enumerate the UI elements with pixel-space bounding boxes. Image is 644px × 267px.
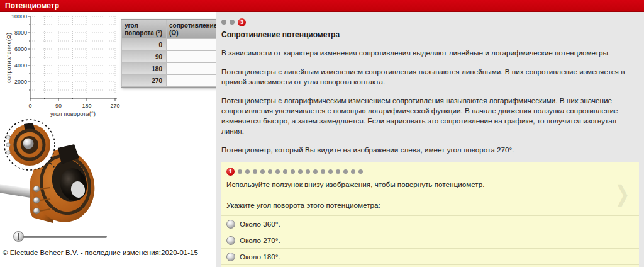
progress-dot [283,169,287,174]
current-page-badge[interactable]: 3 [238,18,246,26]
option-label: Около 270°. [240,236,280,244]
lesson-paragraph: Потенциометр, который Вы видите на изобр… [221,145,639,155]
progress-dot [306,169,310,174]
angle-cell: 90 [122,51,166,62]
progress-dot [291,169,295,174]
slider-handle-notch [18,233,19,240]
progress-dot [313,169,318,174]
page-dot[interactable] [230,20,235,25]
radio-icon[interactable] [226,253,235,261]
page-title: Потенциометр [5,1,59,10]
chart-y-tick-labels: 10000 8000 6000 4000 2000 [11,15,27,85]
chart-x-tick-labels: 0 90 180 270 [28,103,119,109]
rotation-slider-handle[interactable] [13,231,24,242]
page-navigation: 3 [221,18,639,26]
task-question-row: Укажите угол поворота этого потенциометр… [221,196,639,215]
resistance-cell [167,63,219,74]
progress-dot [253,169,257,174]
progress-dot [358,169,363,174]
resistance-cell [167,75,219,86]
svg-text:0: 0 [28,103,31,109]
radio-icon[interactable] [226,236,235,245]
task-head: 1 Используйте ползунок внизу изображения… [221,162,639,196]
progress-dot [336,169,340,174]
lesson-paragraph: В зависимости от характера изменения соп… [221,48,639,58]
potentiometer-svg [0,115,133,236]
lesson-heading: Сопротивление потенциометра [221,30,639,39]
radio-icon[interactable] [226,220,235,229]
answer-option-180[interactable]: Около 180°. [221,248,639,264]
task-block: ❯ 1 Используйте ползунок внизу изображен… [221,162,639,267]
lesson-paragraph: Потенциометры с логарифмическим изменени… [221,96,639,136]
chart-grid [30,16,115,98]
current-step-badge: 1 [226,168,235,176]
svg-text:270: 270 [110,103,119,109]
table-row: 270 [122,75,219,86]
progress-dot [328,169,333,174]
progress-dot [351,169,355,174]
answer-option-360[interactable]: Около 360°. [221,215,639,232]
table-row: 90 [122,51,219,62]
table-header-resistance: сопротивление (Ω) [167,20,219,38]
table-header-angle: угол поворота (°) [122,20,166,38]
angle-cell: 270 [122,75,166,86]
chart-svg: 10000 8000 6000 4000 2000 0 90 180 270 у… [5,15,125,118]
pot-inset-graphic [4,120,55,170]
attempt-progress: 1 [226,167,634,176]
progress-dot [275,169,280,174]
angle-cell: 0 [122,39,166,50]
resistance-chart: 10000 8000 6000 4000 2000 0 90 180 270 у… [5,15,125,121]
page-dot[interactable] [221,20,226,25]
progress-dot [245,169,250,174]
answer-option-270[interactable]: Около 270°. [221,232,639,248]
resistance-cell [167,51,219,62]
progress-dot [268,169,272,174]
svg-text:6000: 6000 [14,46,27,52]
option-label: Около 180°. [240,253,280,261]
progress-dot [343,169,348,174]
task-footer: проверить [221,264,639,267]
progress-dot [298,169,303,174]
table-row: 180 [122,63,219,74]
rotation-slider-track[interactable] [18,236,107,238]
table-header-row: угол поворота (°) сопротивление (Ω) [122,20,219,38]
svg-text:8000: 8000 [14,30,27,36]
angle-cell: 180 [122,63,166,74]
progress-dot [238,169,242,174]
option-label: Около 360°. [240,220,280,228]
lesson-paragraph: Потенциометры с линейным изменением сопр… [221,67,639,87]
table-row: 0 [122,39,219,50]
svg-text:4000: 4000 [14,62,27,69]
chart-y-axis-title: сопротивление(Ω) [5,33,12,83]
svg-text:10000: 10000 [11,15,27,20]
svg-text:2000: 2000 [14,79,27,85]
copyright-text: © Electude Beheer B.V. - последние измен… [3,249,198,256]
progress-dot [321,169,325,174]
lesson-panel: 3 Сопротивление потенциометра В зависимо… [216,12,644,267]
title-bar: Потенциометр [0,0,644,12]
potentiometer-image [0,115,133,239]
task-question: Укажите угол поворота этого потенциометр… [226,200,634,210]
svg-text:90: 90 [55,103,62,109]
angle-resistance-table: угол поворота (°) сопротивление (Ω) 0 90… [121,19,221,88]
task-instruction: Используйте ползунок внизу изображения, … [226,179,634,190]
svg-text:180: 180 [82,103,91,109]
resistance-cell [167,39,219,50]
progress-dot [260,169,265,174]
